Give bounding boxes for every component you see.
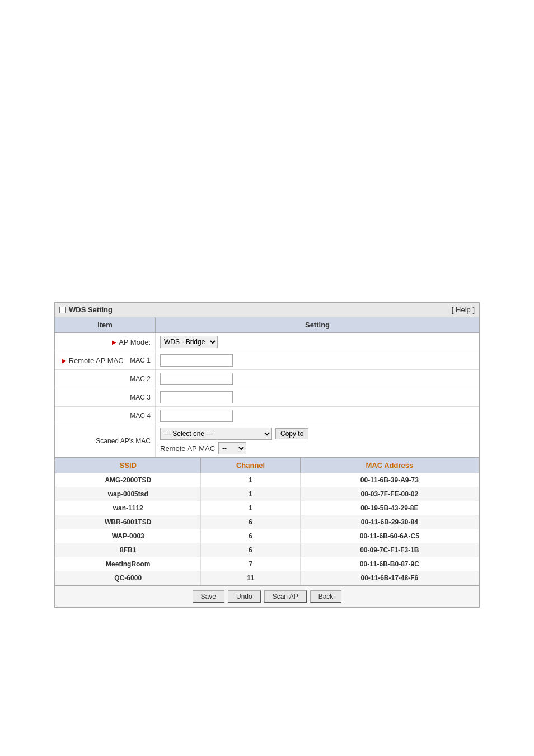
mac-cell: 00-09-7C-F1-F3-1B <box>300 543 479 557</box>
mac2-input[interactable] <box>160 373 233 385</box>
ap-mode-label: ▶ AP Mode: <box>55 333 156 351</box>
panel-header: WDS Setting [ Help ] <box>55 303 479 317</box>
ssid-cell: AMG-2000TSD <box>55 473 201 487</box>
remote-ap-mac-label: ▶ Remote AP MAC MAC 1 <box>55 351 156 369</box>
ap-mode-select[interactable]: WDS - Bridge WDS - Station <box>160 336 218 348</box>
mac2-row: MAC 2 <box>55 370 479 388</box>
mac-cell: 00-11-6B-17-48-F6 <box>300 571 479 585</box>
scan-ap-button[interactable]: Scan AP <box>264 590 307 603</box>
table-row: QC-60001100-11-6B-17-48-F6 <box>55 571 479 585</box>
mac4-label-cell: MAC 4 <box>55 407 156 425</box>
mac-cell: 00-03-7F-FE-00-02 <box>300 487 479 501</box>
mac3-value <box>156 388 479 406</box>
ap-mode-value: WDS - Bridge WDS - Station <box>156 333 479 351</box>
save-button[interactable]: Save <box>193 590 224 603</box>
channel-cell: 1 <box>201 473 300 487</box>
mac-cell: 00-11-6B-39-A9-73 <box>300 473 479 487</box>
scan-table-header-row: SSID Channel MAC Address <box>55 458 479 473</box>
ap-mode-label-text: AP Mode: <box>119 338 151 346</box>
ssid-column-header: SSID <box>55 458 201 473</box>
mac3-label: MAC 3 <box>130 393 151 401</box>
ssid-cell: QC-6000 <box>55 571 201 585</box>
mac4-label: MAC 4 <box>130 412 151 420</box>
channel-column-header: Channel <box>201 458 300 473</box>
table-row: wan-1112100-19-5B-43-29-8E <box>55 501 479 515</box>
ssid-cell: WBR-6001TSD <box>55 515 201 529</box>
mac-cell: 00-11-6B-B0-87-9C <box>300 557 479 571</box>
wds-setting-panel: WDS Setting [ Help ] Item Setting ▶ AP M… <box>54 302 480 608</box>
channel-cell: 6 <box>201 515 300 529</box>
channel-cell: 7 <box>201 557 300 571</box>
scaned-line1: --- Select one --- Copy to <box>160 428 475 440</box>
table-row: WAP-0003600-11-6B-60-6A-C5 <box>55 529 479 543</box>
back-button[interactable]: Back <box>310 590 342 603</box>
ssid-cell: wan-1112 <box>55 501 201 515</box>
copy-to-button[interactable]: Copy to <box>275 428 308 439</box>
remote-ap-mac-select[interactable]: -- 1 2 3 4 <box>218 442 246 454</box>
item-header: Item <box>55 317 156 332</box>
scaned-ap-label: Scaned AP's MAC <box>55 425 156 457</box>
scan-results-table: SSID Channel MAC Address AMG-2000TSD100-… <box>55 457 479 585</box>
ssid-cell: MeetingRoom <box>55 557 201 571</box>
mac1-label: MAC 1 <box>130 356 151 364</box>
mac1-value <box>156 351 479 369</box>
channel-cell: 1 <box>201 501 300 515</box>
mac3-row: MAC 3 <box>55 388 479 407</box>
table-row: WBR-6001TSD600-11-6B-29-30-84 <box>55 515 479 529</box>
mac-cell: 00-11-6B-60-6A-C5 <box>300 529 479 543</box>
help-link[interactable]: [ Help ] <box>452 306 475 314</box>
channel-cell: 6 <box>201 529 300 543</box>
mac4-input[interactable] <box>160 410 233 422</box>
mac2-label: MAC 2 <box>130 375 151 383</box>
mac2-label-cell: MAC 2 <box>55 370 156 388</box>
mac-column-header: MAC Address <box>300 458 479 473</box>
channel-cell: 11 <box>201 571 300 585</box>
table-row: 8FB1600-09-7C-F1-F3-1B <box>55 543 479 557</box>
scaned-ap-value: --- Select one --- Copy to Remote AP MAC… <box>156 425 479 457</box>
mac4-value <box>156 407 479 425</box>
mac4-row: MAC 4 <box>55 407 479 425</box>
setting-header: Setting <box>156 317 479 332</box>
mac-cell: 00-11-6B-29-30-84 <box>300 515 479 529</box>
remote-ap-arrow-icon: ▶ <box>62 358 67 364</box>
mac3-label-cell: MAC 3 <box>55 388 156 406</box>
scaned-line2: Remote AP MAC -- 1 2 3 4 <box>160 442 475 454</box>
ssid-cell: wap-0005tsd <box>55 487 201 501</box>
channel-cell: 6 <box>201 543 300 557</box>
remote-ap-mac-sub-label: Remote AP MAC <box>160 444 215 453</box>
panel-title-text: WDS Setting <box>69 306 113 314</box>
remote-ap-label-text: Remote AP MAC <box>69 356 124 365</box>
scaned-ap-select[interactable]: --- Select one --- <box>160 428 272 440</box>
column-headers: Item Setting <box>55 317 479 333</box>
ap-mode-arrow-icon: ▶ <box>112 339 116 345</box>
ssid-cell: WAP-0003 <box>55 529 201 543</box>
table-row: AMG-2000TSD100-11-6B-39-A9-73 <box>55 473 479 487</box>
table-row: MeetingRoom700-11-6B-B0-87-9C <box>55 557 479 571</box>
title-checkbox-icon <box>59 307 66 313</box>
scaned-ap-row: Scaned AP's MAC --- Select one --- Copy … <box>55 425 479 457</box>
undo-button[interactable]: Undo <box>228 590 261 603</box>
mac2-value <box>156 370 479 388</box>
ap-mode-row: ▶ AP Mode: WDS - Bridge WDS - Station <box>55 333 479 351</box>
mac3-input[interactable] <box>160 391 233 403</box>
bottom-buttons: Save Undo Scan AP Back <box>55 585 479 607</box>
mac-cell: 00-19-5B-43-29-8E <box>300 501 479 515</box>
table-row: wap-0005tsd100-03-7F-FE-00-02 <box>55 487 479 501</box>
remote-ap-mac-row-1: ▶ Remote AP MAC MAC 1 <box>55 351 479 370</box>
mac1-input[interactable] <box>160 354 233 367</box>
panel-title: WDS Setting <box>59 306 113 314</box>
channel-cell: 1 <box>201 487 300 501</box>
ssid-cell: 8FB1 <box>55 543 201 557</box>
